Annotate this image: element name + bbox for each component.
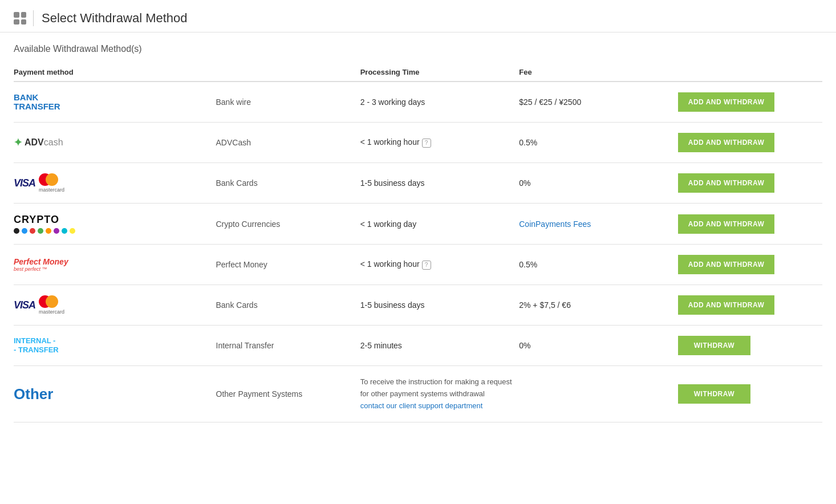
col-header-fee: Fee	[519, 63, 678, 82]
logo-cell-crypto: CRYPTO	[14, 204, 216, 245]
time-cell-internal-transfer: 2-5 minutes	[360, 326, 520, 366]
action-cell-internal-transfer: WITHDRAW	[678, 326, 822, 366]
other-logo: Other	[14, 385, 210, 403]
info-icon[interactable]: ?	[422, 261, 431, 270]
table-row: VISA mastercard Bank Cards1-5 business d…	[14, 163, 822, 204]
action-cell-bank-cards-2: ADD AND WITHDRAW	[678, 285, 822, 326]
crypto-logo: CRYPTO	[14, 214, 210, 234]
fee-cell-crypto: CoinPayments Fees	[519, 204, 678, 245]
action-cell-bank-cards-1: ADD AND WITHDRAW	[678, 163, 822, 204]
action-cell-crypto: ADD AND WITHDRAW	[678, 204, 822, 245]
other-desc: To receive the instruction for making a …	[360, 377, 512, 410]
name-cell-crypto: Crypto Currencies	[216, 204, 360, 245]
name-cell-bank-transfer: Bank wire	[216, 82, 360, 123]
col-header-name	[216, 63, 360, 82]
action-cell-perfect-money: ADD AND WITHDRAW	[678, 245, 822, 285]
action-button-bank-transfer[interactable]: ADD AND WITHDRAW	[678, 92, 775, 112]
time-cell-other: To receive the instruction for making a …	[360, 366, 520, 422]
time-cell-crypto: < 1 working day	[360, 204, 520, 245]
col-header-action	[678, 63, 822, 82]
action-button-advcash[interactable]: ADD AND WITHDRAW	[678, 133, 775, 152]
logo-cell-bank-cards-1: VISA mastercard	[14, 163, 216, 204]
table-row: ✦ ADVcash ADVCash< 1 working hour?0.5%AD…	[14, 123, 822, 163]
table-row: INTERNAL -- TRANSFER Internal Transfer2-…	[14, 326, 822, 366]
fee-cell-bank-transfer: $25 / €25 / ¥2500	[519, 82, 678, 123]
table-row: CRYPTO Crypto Currencies< 1 working dayC…	[14, 204, 822, 245]
withdrawal-methods-table: Payment method Processing Time Fee BANKT…	[14, 63, 822, 422]
name-cell-advcash: ADVCash	[216, 123, 360, 163]
col-header-time: Processing Time	[360, 63, 520, 82]
name-cell-internal-transfer: Internal Transfer	[216, 326, 360, 366]
fee-cell-perfect-money: 0.5%	[519, 245, 678, 285]
header-divider	[33, 10, 34, 26]
other-support-link[interactable]: contact our client support department	[360, 401, 483, 410]
time-cell-bank-transfer: 2 - 3 working days	[360, 82, 520, 123]
advcash-logo: ✦ ADVcash	[14, 136, 210, 149]
table-row: VISA mastercard Bank Cards1-5 business d…	[14, 285, 822, 326]
action-cell-bank-transfer: ADD AND WITHDRAW	[678, 82, 822, 123]
action-button-internal-transfer[interactable]: WITHDRAW	[678, 336, 750, 355]
logo-cell-perfect-money: Perfect Moneybest perfect ™	[14, 245, 216, 285]
visa-mc-logo: VISA mastercard	[14, 295, 210, 315]
action-cell-other: WITHDRAW	[678, 366, 822, 422]
fee-link[interactable]: CoinPayments Fees	[519, 220, 591, 229]
time-cell-advcash: < 1 working hour?	[360, 123, 520, 163]
section-title: Available Withdrawal Method(s)	[14, 44, 822, 54]
info-icon[interactable]: ?	[422, 139, 431, 148]
logo-cell-other: Other	[14, 366, 216, 422]
page-header: Select Withdrawal Method	[0, 0, 836, 32]
action-cell-advcash: ADD AND WITHDRAW	[678, 123, 822, 163]
page-title: Select Withdrawal Method	[42, 11, 188, 26]
fee-cell-other	[519, 366, 678, 422]
logo-cell-internal-transfer: INTERNAL -- TRANSFER	[14, 326, 216, 366]
fee-cell-bank-cards-2: 2% + $7,5 / €6	[519, 285, 678, 326]
fee-cell-internal-transfer: 0%	[519, 326, 678, 366]
logo-cell-bank-transfer: BANKTRANSFER	[14, 82, 216, 123]
action-button-crypto[interactable]: ADD AND WITHDRAW	[678, 214, 775, 234]
logo-cell-advcash: ✦ ADVcash	[14, 123, 216, 163]
perfect-money-logo: Perfect Moneybest perfect ™	[14, 257, 210, 272]
action-button-perfect-money[interactable]: ADD AND WITHDRAW	[678, 255, 775, 274]
table-row: Perfect Moneybest perfect ™ Perfect Mone…	[14, 245, 822, 285]
name-cell-bank-cards-1: Bank Cards	[216, 163, 360, 204]
name-cell-bank-cards-2: Bank Cards	[216, 285, 360, 326]
internal-transfer-logo: INTERNAL -- TRANSFER	[14, 336, 210, 354]
table-row: BANKTRANSFER Bank wire2 - 3 working days…	[14, 82, 822, 123]
table-row: OtherOther Payment SystemsTo receive the…	[14, 366, 822, 422]
grid-icon	[14, 12, 26, 25]
name-cell-perfect-money: Perfect Money	[216, 245, 360, 285]
action-button-other[interactable]: WITHDRAW	[678, 384, 750, 404]
name-cell-other: Other Payment Systems	[216, 366, 360, 422]
page-content: Available Withdrawal Method(s) Payment m…	[0, 32, 836, 434]
time-cell-bank-cards-1: 1-5 business days	[360, 163, 520, 204]
time-cell-bank-cards-2: 1-5 business days	[360, 285, 520, 326]
fee-cell-bank-cards-1: 0%	[519, 163, 678, 204]
logo-cell-bank-cards-2: VISA mastercard	[14, 285, 216, 326]
visa-mc-logo: VISA mastercard	[14, 173, 210, 193]
action-button-bank-cards-1[interactable]: ADD AND WITHDRAW	[678, 173, 775, 193]
action-button-bank-cards-2[interactable]: ADD AND WITHDRAW	[678, 295, 775, 315]
col-header-method: Payment method	[14, 63, 216, 82]
fee-cell-advcash: 0.5%	[519, 123, 678, 163]
time-cell-perfect-money: < 1 working hour?	[360, 245, 520, 285]
bank-transfer-logo: BANKTRANSFER	[14, 93, 210, 112]
